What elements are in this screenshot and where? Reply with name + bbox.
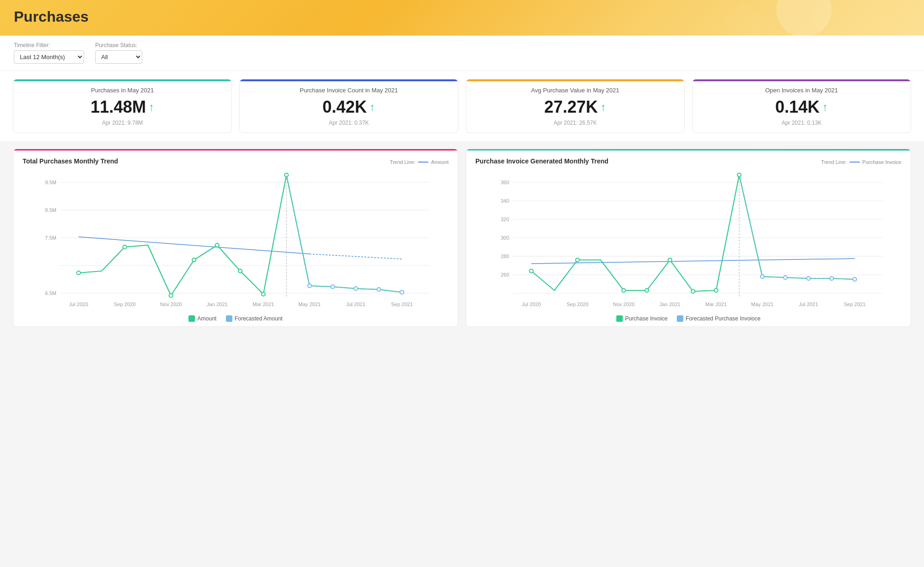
svg-point-59 — [668, 258, 672, 262]
charts-section: Total Purchases Monthly Trend Trend Line… — [0, 141, 924, 334]
svg-point-24 — [238, 269, 242, 273]
filters-bar: Timeline Filter: Last 12 Month(s) Last 6… — [0, 36, 924, 71]
kpi-card-purchases: Purchases in May 2021 11.48M ↑ Apr 2021:… — [13, 79, 232, 133]
svg-line-18 — [310, 254, 402, 259]
kpi-sub-purchases: Apr 2021: 9.78M — [23, 120, 222, 126]
svg-text:Jul 2021: Jul 2021 — [799, 302, 818, 307]
trend-line-name-invoice: Purchase Invoice — [863, 159, 901, 165]
kpi-card-avg-value: Avg Purchase Value in May 2021 27.27K ↑ … — [466, 79, 685, 133]
page-header: Purchases — [0, 0, 924, 36]
svg-text:320: 320 — [501, 217, 509, 222]
chart-purchases-container: 9.5M 8.5M 7.5M 6.5M Jul 2020 Sep 2020 No… — [23, 169, 449, 312]
kpi-value-avg-value: 27.27K ↑ — [475, 97, 675, 117]
kpi-row: Purchases in May 2021 11.48M ↑ Apr 2021:… — [0, 71, 924, 141]
svg-point-29 — [354, 287, 358, 290]
svg-point-31 — [400, 290, 404, 294]
kpi-sub-avg-value: Apr 2021: 26.57K — [475, 120, 675, 126]
svg-text:May 2021: May 2021 — [298, 302, 321, 307]
svg-text:Nov 2020: Nov 2020 — [613, 302, 634, 307]
timeline-filter-group: Timeline Filter: Last 12 Month(s) Last 6… — [14, 42, 84, 64]
legend-label-forecasted-invoice: Forecasted Purchase Invoioce — [686, 315, 760, 322]
chart-legend-invoice: Purchase Invoice Forecasted Purchase Inv… — [475, 315, 901, 322]
svg-point-60 — [691, 290, 695, 293]
svg-text:Nov 2020: Nov 2020 — [160, 302, 182, 307]
chart-legend-purchases: Amount Forecasted Amount — [23, 315, 449, 322]
svg-text:Jul 2020: Jul 2020 — [69, 302, 88, 307]
trend-line-label-purchases: Trend Line: Amount — [390, 159, 449, 165]
legend-item-forecasted-invoice: Forecasted Purchase Invoioce — [677, 315, 760, 322]
timeline-filter-label: Timeline Filter: — [14, 42, 84, 48]
svg-text:Sep 2021: Sep 2021 — [844, 302, 865, 307]
svg-text:8.5M: 8.5M — [45, 207, 56, 213]
svg-point-61 — [714, 289, 718, 292]
svg-point-22 — [192, 258, 196, 262]
svg-text:Mar 2021: Mar 2021 — [253, 302, 274, 307]
svg-text:Sep 2020: Sep 2020 — [114, 302, 135, 307]
svg-text:Sep 2021: Sep 2021 — [391, 302, 413, 307]
trend-line-indicator-invoice — [850, 162, 860, 163]
kpi-number-avg-value: 27.27K — [544, 97, 598, 117]
svg-text:6.5M: 6.5M — [45, 290, 56, 296]
svg-text:May 2021: May 2021 — [751, 302, 773, 307]
legend-color-amount — [188, 315, 195, 322]
kpi-value-purchases: 11.48M ↑ — [23, 97, 222, 117]
kpi-card-invoice-count: Purchase Invoice Count in May 2021 0.42K… — [239, 79, 458, 133]
status-filter-group: Purchase Status: All Open Closed Pending — [95, 42, 142, 64]
svg-text:Jul 2021: Jul 2021 — [346, 302, 365, 307]
kpi-arrow-open-invoices: ↑ — [822, 101, 828, 114]
svg-line-54 — [531, 259, 855, 264]
kpi-sub-open-invoices: Apr 2021: 0.13K — [702, 120, 901, 126]
kpi-number-open-invoices: 0.14K — [775, 97, 820, 117]
svg-point-23 — [215, 243, 219, 247]
svg-point-67 — [853, 277, 857, 281]
kpi-value-invoice-count: 0.42K ↑ — [249, 97, 449, 117]
legend-label-forecasted-amount: Forecasted Amount — [235, 315, 283, 322]
legend-item-forecasted-amount: Forecasted Amount — [226, 315, 283, 322]
kpi-label-open-invoices: Open Invoices in May 2021 — [702, 87, 901, 94]
legend-color-purchase-invoice — [616, 315, 623, 322]
kpi-arrow-avg-value: ↑ — [601, 101, 606, 114]
svg-line-17 — [79, 237, 310, 254]
timeline-filter-select[interactable]: Last 12 Month(s) Last 6 Month(s) Last 3 … — [14, 50, 84, 64]
svg-text:Jul 2020: Jul 2020 — [522, 302, 541, 307]
svg-point-58 — [645, 289, 649, 292]
status-filter-label: Purchase Status: — [95, 42, 142, 48]
svg-point-66 — [830, 277, 833, 280]
svg-text:Jan 2021: Jan 2021 — [659, 302, 680, 307]
legend-label-amount: Amount — [197, 315, 216, 322]
chart-card-purchases-trend: Total Purchases Monthly Trend Trend Line… — [13, 149, 458, 327]
svg-text:360: 360 — [501, 180, 509, 185]
svg-point-21 — [169, 294, 173, 297]
svg-text:340: 340 — [501, 198, 509, 204]
legend-color-forecasted-amount — [226, 315, 232, 322]
svg-text:260: 260 — [501, 272, 509, 277]
chart-card-invoice-trend: Purchase Invoice Generated Monthly Trend… — [466, 149, 911, 327]
svg-text:Sep 2020: Sep 2020 — [566, 302, 588, 307]
status-filter-select[interactable]: All Open Closed Pending — [95, 50, 142, 64]
chart-title-purchases: Total Purchases Monthly Trend — [23, 157, 449, 165]
legend-color-forecasted-invoice — [677, 315, 683, 322]
svg-point-65 — [807, 277, 810, 280]
chart-purchases-svg: 9.5M 8.5M 7.5M 6.5M Jul 2020 Sep 2020 No… — [23, 169, 449, 312]
trend-line-label-invoice: Trend Line: Purchase Invoice — [821, 159, 901, 165]
svg-text:Mar 2021: Mar 2021 — [705, 302, 727, 307]
svg-point-27 — [308, 284, 311, 288]
kpi-label-purchases: Purchases in May 2021 — [23, 87, 222, 94]
svg-text:280: 280 — [501, 253, 509, 259]
kpi-label-avg-value: Avg Purchase Value in May 2021 — [475, 87, 675, 94]
trend-line-name-purchases: Amount — [431, 159, 449, 165]
svg-point-20 — [123, 245, 127, 249]
svg-point-19 — [77, 271, 80, 275]
kpi-card-open-invoices: Open Invoices in May 2021 0.14K ↑ Apr 20… — [692, 79, 911, 133]
kpi-value-open-invoices: 0.14K ↑ — [702, 97, 901, 117]
trend-line-indicator-purchases — [418, 162, 428, 163]
page-title: Purchases — [14, 8, 89, 25]
legend-item-purchase-invoice: Purchase Invoice — [616, 315, 668, 322]
svg-point-30 — [377, 288, 381, 291]
svg-point-25 — [261, 292, 265, 296]
svg-point-55 — [529, 269, 533, 273]
kpi-number-purchases: 11.48M — [91, 97, 146, 117]
kpi-arrow-purchases: ↑ — [149, 101, 154, 114]
svg-point-64 — [784, 276, 787, 279]
svg-text:7.5M: 7.5M — [45, 235, 56, 241]
